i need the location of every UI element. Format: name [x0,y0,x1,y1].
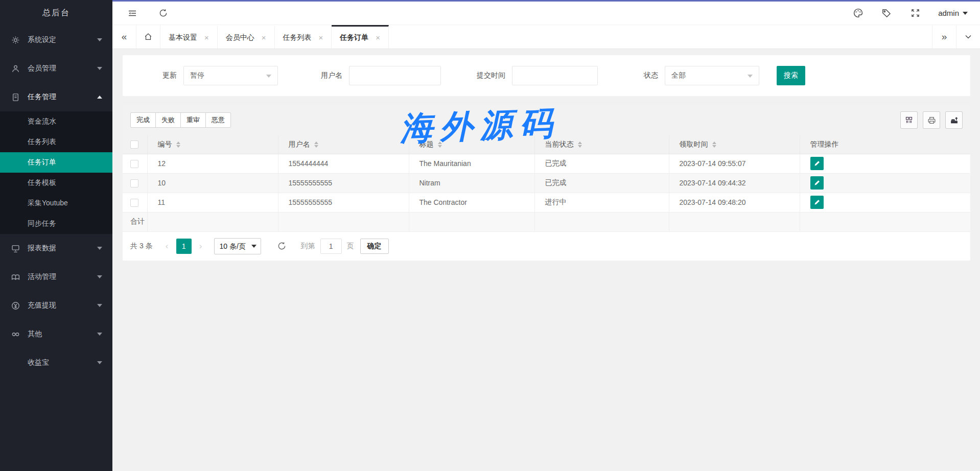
book-icon [11,273,20,281]
sidebar-item-activities[interactable]: 活动管理 [0,263,112,291]
infinity-icon [11,330,20,339]
sort-icon[interactable] [438,142,442,148]
page-size-select-wrap: 10 条/页 [214,238,261,254]
user-icon [11,64,20,73]
select-all-checkbox[interactable] [130,140,138,149]
column-header-username[interactable]: 用户名 [278,135,409,154]
printer-icon [927,116,936,125]
pagination-bar: 共 3 条 ‹ 1 › 10 条/页 到第 页 [123,232,970,261]
action-complete-button[interactable]: 完成 [130,112,156,128]
columns-filter-button[interactable] [900,111,918,129]
export-button[interactable] [945,111,963,129]
chart-board-icon [11,244,20,253]
cell-claim-time: 2023-07-14 09:55:07 [669,154,800,173]
columns-icon [905,116,913,124]
tab-bar: « 基本设置 × 会员中心 × 任务列表 × 任务订单 × » [112,25,980,49]
column-header-claim-time[interactable]: 领取时间 [669,135,800,154]
row-checkbox[interactable] [130,199,138,207]
close-icon[interactable]: × [376,33,380,42]
sidebar-item-recharge-withdraw[interactable]: 充值提现 [0,291,112,320]
next-page-button[interactable]: › [194,239,208,254]
sidebar-item-shouyibao[interactable]: 收益宝 [0,348,112,377]
chevron-down-icon [97,247,102,250]
column-header-status[interactable]: 当前状态 [534,135,669,154]
close-icon[interactable]: × [319,33,323,42]
chevron-down-icon [964,33,972,41]
sort-icon[interactable] [314,142,318,148]
tab-member-center[interactable]: 会员中心 × [218,25,275,49]
row-checkbox[interactable] [130,160,138,168]
cell-username: 1554444444 [278,154,409,173]
sidebar: 总后台 系统设定 会员管理 任务管理 资金流水 任务列表 任务订单 任务模板 采… [0,0,112,471]
column-header-id[interactable]: 编号 [147,135,278,154]
sidebar-item-other[interactable]: 其他 [0,320,112,348]
sidebar-item-system-settings[interactable]: 系统设定 [0,26,112,54]
tab-label: 任务列表 [283,33,312,42]
sort-icon[interactable] [712,142,716,148]
submit-time-input[interactable] [512,66,598,85]
close-icon[interactable]: × [204,33,209,42]
sidebar-item-task-orders[interactable]: 任务订单 [0,152,112,173]
tab-task-orders[interactable]: 任务订单 × [332,25,389,49]
sidebar-item-label: 活动管理 [28,272,97,281]
tab-basic-settings[interactable]: 基本设置 × [160,25,218,49]
username-input[interactable] [349,66,441,85]
sort-icon[interactable] [578,142,582,148]
sidebar-item-task-templates[interactable]: 任务模板 [0,173,112,193]
goto-page-input[interactable] [320,239,342,254]
table-row: 11 15555555555 The Contractor 进行中 2023-0… [123,193,970,212]
sidebar-item-sync-tasks[interactable]: 同步任务 [0,214,112,234]
action-fail-button[interactable]: 失败 [155,112,181,128]
action-review-button[interactable]: 重审 [180,112,206,128]
cell-status: 已完成 [534,173,669,193]
sidebar-item-collect-youtube[interactable]: 采集Youtube [0,193,112,214]
close-icon[interactable]: × [262,33,266,42]
sidebar-item-label: 收益宝 [28,358,97,367]
sort-icon[interactable] [176,142,180,148]
search-button[interactable]: 搜索 [777,66,805,85]
filter-username: 用户名 [321,66,441,85]
refresh-icon[interactable] [157,8,169,19]
sidebar-item-label: 任务管理 [28,92,97,102]
table-header-row: 编号 用户名 标题 当前状态 领取时间 管理操作 [123,135,970,154]
edit-button[interactable] [810,176,824,190]
edit-button[interactable] [810,157,824,170]
tabs-scroll-right-button[interactable]: » [932,25,956,49]
admin-dropdown[interactable]: admin [938,9,968,17]
sidebar-item-task-list[interactable]: 任务列表 [0,132,112,152]
row-checkbox[interactable] [130,179,138,187]
tab-label: 会员中心 [226,33,254,42]
theme-palette-icon[interactable] [852,8,864,19]
sidebar-item-label: 充值提现 [28,301,97,310]
tabs-menu-button[interactable] [956,25,980,49]
sidebar-item-members[interactable]: 会员管理 [0,54,112,83]
home-tab-button[interactable] [136,25,160,49]
action-malicious-button[interactable]: 恶意 [205,112,231,128]
page-size-select[interactable]: 10 条/页 [214,238,261,254]
column-header-title[interactable]: 标题 [409,135,534,154]
tabs-scroll-left-button[interactable]: « [112,25,136,49]
tab-task-list[interactable]: 任务列表 × [275,25,332,49]
chevron-down-icon [97,361,102,364]
sub-item-label: 同步任务 [28,219,56,228]
tag-icon[interactable] [881,8,892,19]
prev-page-button[interactable]: ‹ [160,239,174,254]
print-button[interactable] [923,111,940,129]
sidebar-item-fund-flow[interactable]: 资金流水 [0,111,112,132]
refresh-table-icon[interactable] [274,239,290,254]
goto-confirm-button[interactable]: 确定 [360,239,389,254]
menu-fold-icon[interactable] [127,8,138,19]
fullscreen-icon[interactable] [909,8,921,19]
cell-title: The Mauritanian [409,154,534,173]
edit-button[interactable] [810,196,824,209]
status-select[interactable]: 全部 [665,66,759,85]
refresh-icon [277,241,287,251]
chevron-down-icon [963,12,968,15]
current-page-badge[interactable]: 1 [176,239,192,254]
admin-username: admin [938,9,959,17]
pencil-icon [814,160,820,167]
update-select[interactable]: 暂停 [183,66,278,85]
sidebar-item-tasks[interactable]: 任务管理 [0,83,112,111]
cell-id: 11 [147,193,278,212]
sidebar-item-reports[interactable]: 报表数据 [0,234,112,263]
